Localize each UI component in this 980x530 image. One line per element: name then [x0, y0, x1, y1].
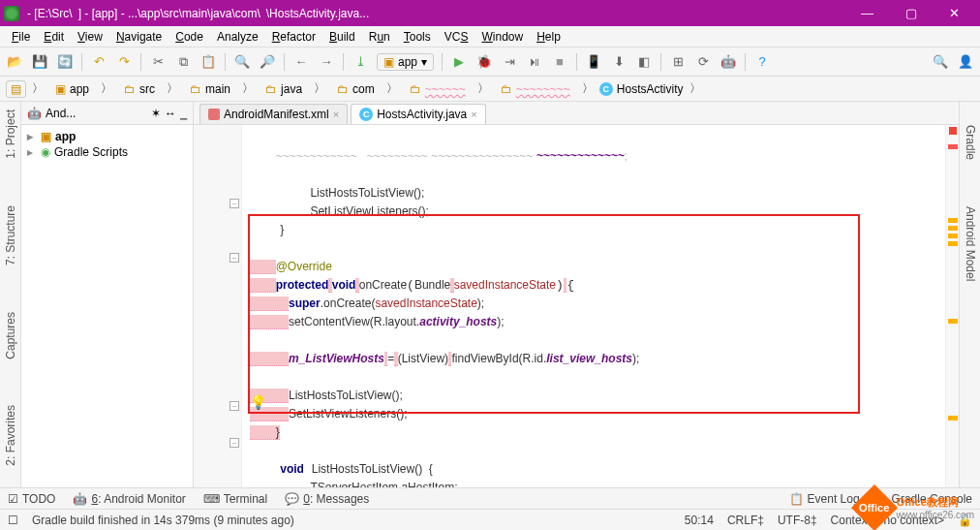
rail-structure[interactable]: 7: Structure — [4, 202, 17, 269]
attach-icon[interactable]: ⇥ — [501, 53, 518, 71]
tool-terminal[interactable]: ⌨Terminal — [203, 492, 267, 506]
redo-icon[interactable]: ↷ — [115, 53, 133, 71]
find-icon[interactable]: 🔍 — [233, 53, 251, 71]
struct-icon[interactable]: ⊞ — [669, 53, 687, 71]
rail-gradle[interactable]: Gradle — [964, 121, 977, 164]
close-icon[interactable]: × — [333, 109, 339, 120]
editor-gutter[interactable]: – – – – — [194, 125, 242, 487]
run-config-label: app — [398, 55, 417, 69]
crumb-java[interactable]: 🗀java — [260, 81, 308, 97]
fold-marker[interactable]: – — [230, 253, 239, 263]
run-config-selector[interactable]: ▣ app ▾ — [377, 53, 434, 71]
rail-project[interactable]: 1: Project — [4, 106, 17, 163]
sdk-icon[interactable]: ⬇ — [610, 53, 628, 71]
tab-hosts-label: HostsActivity.java — [377, 108, 467, 121]
window-title: - [E:\Src\ ] - [app] - ...\app\src\main\… — [27, 7, 845, 20]
crumb-com[interactable]: 🗀com — [331, 81, 381, 97]
project-view-label[interactable]: And... — [46, 107, 76, 120]
run-icon[interactable]: ▶ — [450, 53, 468, 71]
tool-android-monitor[interactable]: 🤖6: Android Monitor — [73, 492, 185, 506]
scroll-markers[interactable] — [945, 125, 959, 487]
hide-icon[interactable]: ⎯ — [180, 107, 187, 120]
sync-icon[interactable]: 🔄 — [56, 53, 74, 71]
fold-marker[interactable]: – — [230, 199, 239, 208]
tool-messages[interactable]: 💬0: Messages — [285, 492, 369, 506]
minimize-button[interactable]: — — [845, 0, 889, 26]
editor-area: AndroidManifest.xml × C HostsActivity.ja… — [194, 102, 959, 487]
replace-icon[interactable]: 🔎 — [259, 53, 276, 71]
sync2-icon[interactable]: ⟳ — [694, 53, 712, 71]
fold-marker[interactable]: – — [230, 438, 239, 448]
class-icon: C — [599, 82, 613, 96]
save-all-icon[interactable]: 💾 — [31, 53, 48, 71]
debug-icon[interactable]: 🐞 — [475, 53, 493, 71]
layout-icon[interactable]: ◧ — [635, 53, 653, 71]
collapse-icon[interactable]: ↔ — [165, 107, 176, 120]
avd-icon[interactable]: 📱 — [585, 53, 602, 71]
menu-edit[interactable]: Edit — [38, 28, 70, 46]
menu-analyze[interactable]: Analyze — [211, 28, 264, 46]
watermark-text2: www.office26.com — [897, 510, 974, 520]
code-editor[interactable]: – – – – 💡 ~~~~~~~~~~~~ ~~~~~~~~~ ~~~~~~~… — [194, 125, 959, 487]
menu-build[interactable]: Build — [323, 28, 361, 46]
crumb-pkg1[interactable]: 🗀~~~~~~ — [404, 81, 472, 97]
tree-gradle[interactable]: ▸◉Gradle Scripts — [25, 144, 189, 160]
chevron-right-icon: 〉 — [32, 80, 44, 97]
nav-home[interactable]: ▤ — [6, 80, 26, 98]
forward-icon[interactable]: → — [318, 53, 335, 71]
android-icon[interactable]: 🤖 — [720, 53, 737, 71]
status-position[interactable]: 50:14 — [685, 514, 714, 527]
search-icon[interactable]: 🔍 — [932, 53, 949, 71]
status-encoding[interactable]: UTF-8‡ — [778, 514, 817, 527]
maximize-button[interactable]: ▢ — [889, 0, 933, 26]
crumb-pkg2[interactable]: 🗀~~~~~~~~ — [495, 81, 576, 97]
crumb-app[interactable]: ▣app — [49, 81, 95, 97]
rail-favorites[interactable]: 2: Favorites — [4, 401, 17, 470]
gear-icon[interactable]: ✶ — [151, 107, 161, 120]
tool-event-log[interactable]: 📋Event Log — [789, 492, 860, 506]
menu-file[interactable]: File — [6, 28, 36, 46]
user-icon[interactable]: 👤 — [957, 53, 974, 71]
crumb-src[interactable]: 🗀src — [118, 81, 161, 97]
undo-icon[interactable]: ↶ — [90, 53, 107, 71]
menu-refactor[interactable]: Refactor — [266, 28, 322, 46]
code-content[interactable]: ~~~~~~~~~~~~ ~~~~~~~~~ ~~~~~~~~~~~~~~~ ~… — [242, 125, 945, 487]
close-icon[interactable]: × — [471, 109, 476, 120]
menu-navigate[interactable]: Navigate — [110, 28, 168, 46]
fold-marker[interactable]: – — [230, 401, 239, 411]
menu-vcs[interactable]: VCS — [439, 28, 475, 46]
rail-android-model[interactable]: Android Model — [964, 203, 977, 285]
error-indicator[interactable] — [949, 127, 957, 135]
rail-captures[interactable]: Captures — [4, 308, 17, 363]
menu-run[interactable]: Run — [363, 28, 396, 46]
crumb-class[interactable]: CHostsActivity — [599, 82, 684, 96]
app-icon — [4, 6, 19, 21]
help-icon[interactable]: ? — [753, 53, 771, 71]
status-line-ending[interactable]: CRLF‡ — [727, 514, 764, 527]
watermark-logo: Office — [851, 484, 898, 530]
status-bar: ☐ Gradle build finished in 14s 379ms (9 … — [0, 509, 980, 530]
back-icon[interactable]: ← — [292, 53, 310, 71]
close-button[interactable]: ✕ — [933, 0, 976, 26]
tab-manifest[interactable]: AndroidManifest.xml × — [199, 104, 348, 124]
cut-icon[interactable]: ✂ — [149, 53, 167, 71]
stop-icon[interactable]: ■ — [551, 53, 568, 71]
paste-icon[interactable]: 📋 — [199, 53, 217, 71]
status-message: Gradle build finished in 14s 379ms (9 mi… — [32, 514, 294, 527]
menu-window[interactable]: Window — [475, 28, 529, 46]
lightbulb-icon[interactable]: 💡 — [250, 394, 266, 410]
copy-icon[interactable]: ⧉ — [174, 53, 192, 71]
tab-hosts[interactable]: C HostsActivity.java × — [351, 104, 486, 124]
tool-todo[interactable]: ☑TODO — [8, 492, 55, 506]
open-icon[interactable]: 📂 — [6, 53, 23, 71]
make-icon[interactable]: ⤓ — [352, 53, 369, 71]
menu-code[interactable]: Code — [169, 28, 209, 46]
menu-tools[interactable]: Tools — [398, 28, 437, 46]
crumb-main[interactable]: 🗀main — [184, 81, 236, 97]
tree-app[interactable]: ▸▣app — [25, 129, 189, 144]
menu-help[interactable]: Help — [531, 28, 567, 46]
menu-view[interactable]: View — [72, 28, 108, 46]
menubar: File Edit View Navigate Code Analyze Ref… — [0, 26, 980, 47]
nav-breadcrumb-bar: ▤ 〉 ▣app〉 🗀src〉 🗀main〉 🗀java〉 🗀com〉 🗀~~~… — [0, 77, 980, 102]
profile-icon[interactable]: ⏯ — [526, 53, 543, 71]
